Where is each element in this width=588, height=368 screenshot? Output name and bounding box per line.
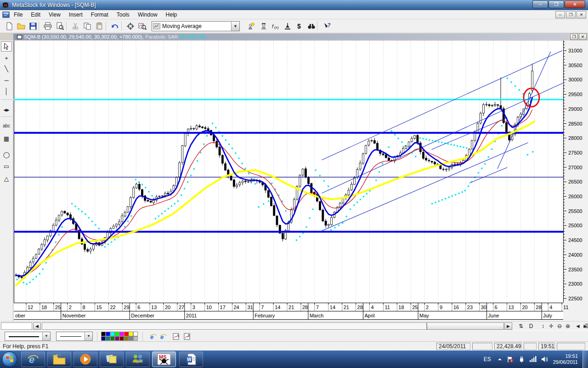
layout-list-icon[interactable]: ☰ [582,322,588,330]
taskbar-sticky-notes[interactable] [100,351,124,367]
color-swatch[interactable] [106,336,110,341]
pan-icon[interactable]: ✛ [547,322,556,330]
copy-button[interactable] [82,21,93,32]
scroll-thumb[interactable] [427,322,504,330]
menu-window[interactable]: Window [134,11,162,19]
indicator-quicklist-button[interactable] [246,21,257,32]
color-swatch[interactable] [129,332,133,336]
mdi-restore-button[interactable]: ❐ [566,11,576,18]
tool-triangle[interactable]: △ [1,173,12,184]
paste-button[interactable] [94,21,105,32]
tool-pointer[interactable] [1,41,12,52]
expert-advisor-button[interactable] [258,21,269,32]
minimize-button[interactable]: ─ [532,0,548,8]
menu-help[interactable]: Help [162,11,181,19]
fit-vertical-icon[interactable]: ↕ [538,322,548,330]
tool-trendline[interactable]: ╲ [1,63,12,74]
color-swatch[interactable] [133,332,138,336]
chart-close-button[interactable]: ✕ [579,34,587,40]
network-signal-icon[interactable] [529,356,537,362]
layout-2-button[interactable]: 2 [182,331,193,342]
hidden-icons-arrow[interactable] [498,357,502,361]
tool-grid[interactable]: ▦ [1,133,12,144]
undo-button[interactable] [109,21,120,32]
menu-file[interactable]: File [10,11,27,19]
print-button[interactable] [42,21,53,32]
mdi-close-button[interactable]: ✕ [577,11,586,18]
help-pointer-button[interactable]: ? [322,21,333,32]
web-page-2-button[interactable]: e [158,331,169,342]
indicator-builder-button[interactable] [282,21,293,32]
tool-scroll-arrows[interactable]: ◂▸ [1,104,12,115]
close-button[interactable]: ✕ [565,0,585,8]
line-weight-combobox[interactable]: ▼ [56,332,93,341]
menu-format[interactable]: Format [87,11,113,19]
taskbar-media-player[interactable] [74,351,97,367]
layout-1-button[interactable]: 1 [171,331,182,342]
scroll-left-button[interactable]: ◀ [33,322,41,330]
color-swatch[interactable] [110,332,115,336]
web-page-1-button[interactable]: e [148,331,159,342]
zoom-out-icon[interactable]: ⊖ [555,322,564,330]
explorer-binoculars-button[interactable] [306,21,317,32]
volume-icon[interactable] [541,356,548,362]
mdi-minimize-button[interactable]: ─ [555,11,565,18]
chart-restore-button[interactable]: ❐ [570,34,578,40]
tool-vertical-line[interactable]: │ [1,86,12,96]
tool-ellipse[interactable]: ◯ [1,150,12,160]
price-chart[interactable]: 2250023000235002400024500250002550026000… [13,40,588,321]
action-center-flag-icon[interactable] [507,356,514,363]
mdi-document-icon[interactable] [2,12,10,18]
function-fx-button[interactable]: f(x) [270,21,281,32]
power-plug-icon[interactable] [518,356,525,363]
line-style-arrow[interactable]: ▼ [42,332,50,340]
indicator-combobox[interactable]: Moving Average ▼ [152,21,240,31]
system-tester-button[interactable]: $ [294,21,305,32]
language-indicator[interactable]: ES [484,356,491,362]
menu-edit[interactable]: Edit [27,11,45,19]
menu-view[interactable]: View [45,11,65,19]
zoom-chart-button[interactable] [137,21,148,32]
taskbar-clock[interactable]: 19:51 29/06/2011 [553,353,578,365]
color-swatch[interactable] [119,336,124,341]
tool-horizontal-line[interactable]: ─ [1,75,12,85]
color-swatch[interactable] [110,336,115,341]
start-button[interactable] [2,351,17,367]
line-style-combobox[interactable]: ▼ [5,332,51,341]
line-weight-arrow[interactable]: ▼ [85,332,92,340]
cut-button[interactable] [70,21,81,32]
color-swatch[interactable] [101,332,106,336]
open-button[interactable] [16,21,27,32]
color-swatch[interactable] [124,336,129,341]
print-preview-button[interactable] [54,21,65,32]
menu-tools[interactable]: Tools [113,11,134,19]
color-swatch[interactable] [101,336,106,341]
save-button[interactable] [28,21,39,32]
menu-insert[interactable]: Insert [65,11,87,19]
taskbar-messenger[interactable] [126,351,150,367]
taskbar-windows-explorer[interactable] [47,351,71,367]
color-swatch[interactable] [133,336,138,341]
rescale-icon[interactable]: ⇅ [516,322,526,330]
color-swatch[interactable] [106,332,110,336]
taskbar-internet-explorer[interactable]: e [21,351,45,367]
plot-color-swatch[interactable] [17,35,22,39]
maximize-button[interactable]: ❐ [548,0,564,8]
crosshair-button[interactable] [125,21,136,32]
tool-text[interactable]: abc [1,121,12,131]
color-swatch[interactable] [124,332,129,336]
scroll-track[interactable] [42,322,427,330]
tool-crosshair[interactable]: + [1,53,12,63]
color-swatch[interactable] [119,332,124,336]
combo-dropdown-arrow[interactable]: ▼ [231,22,239,31]
show-desktop-button[interactable] [582,351,588,368]
tool-rectangle[interactable]: ▭ [1,161,12,171]
color-swatch[interactable] [129,336,133,341]
scroll-right-button[interactable]: ▶ [504,322,512,330]
taskbar-word[interactable]: W [179,351,203,367]
new-button[interactable] [4,21,15,32]
color-swatch[interactable] [115,336,119,341]
taskbar-metastock[interactable]: MS [152,351,176,367]
color-swatch[interactable] [115,332,119,336]
periodicity-icon[interactable]: D [526,322,536,330]
